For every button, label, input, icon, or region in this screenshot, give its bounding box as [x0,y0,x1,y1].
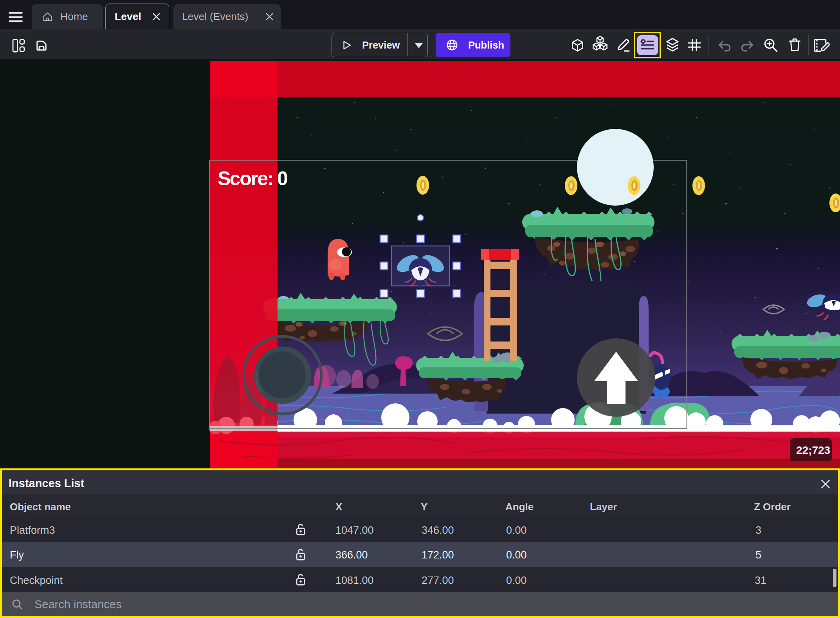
svg-text:22;723: 22;723 [796,444,830,456]
svg-text:Score: 0: Score: 0 [218,168,287,190]
